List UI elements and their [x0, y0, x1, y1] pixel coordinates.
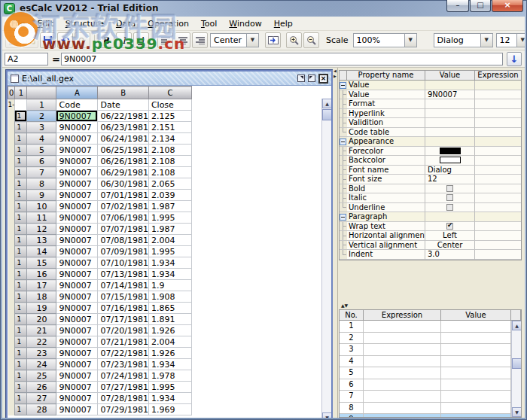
property-expression[interactable]	[475, 184, 521, 194]
cell-a19[interactable]: 9N0007	[56, 303, 98, 314]
row-number[interactable]: 2	[27, 111, 56, 122]
child-close-button[interactable]: ×	[318, 74, 328, 84]
property-value[interactable]: Left	[425, 231, 475, 241]
level-header-0[interactable]: 0	[8, 87, 15, 99]
cell-c5[interactable]: 2.108	[148, 145, 191, 156]
property-name[interactable]: Hyperlink	[347, 109, 425, 119]
property-expression[interactable]	[475, 222, 521, 232]
cell-c23[interactable]: 1.926	[148, 348, 191, 359]
cell-c12[interactable]: 1.987	[148, 224, 191, 235]
cell-a10[interactable]: 9N0007	[56, 201, 98, 212]
level-cell[interactable]: 1	[15, 370, 27, 382]
property-value[interactable]	[425, 147, 475, 157]
row-number[interactable]: 24	[27, 359, 56, 370]
chevron-down-icon[interactable]: ▼	[516, 33, 525, 47]
level-cell[interactable]: 1	[15, 145, 27, 156]
cell-a9[interactable]: 9N0007	[56, 190, 98, 201]
watch-value[interactable]	[441, 344, 511, 356]
level-cell[interactable]: 1	[15, 325, 27, 336]
level-cell[interactable]: 1	[15, 291, 27, 303]
watch-expression[interactable]	[364, 333, 441, 345]
property-expression[interactable]	[475, 128, 521, 138]
cell-b27[interactable]: 07/28/1981	[98, 393, 148, 404]
cell-c27[interactable]: 1.934	[148, 393, 191, 404]
property-expression[interactable]	[475, 212, 521, 222]
property-name[interactable]: Font size	[347, 175, 425, 184]
property-value[interactable]	[425, 156, 475, 166]
watch-no[interactable]: 4	[340, 356, 364, 368]
cell-a23[interactable]: 9N0007	[56, 348, 98, 359]
cell-b20[interactable]: 07/17/1981	[98, 314, 148, 325]
property-expression[interactable]	[475, 90, 521, 100]
level-cell[interactable]: 1	[15, 190, 27, 201]
property-value[interactable]	[425, 99, 475, 109]
menu-help[interactable]: Help	[268, 17, 299, 30]
row-number[interactable]: 16	[27, 269, 56, 280]
corner-header[interactable]	[27, 87, 56, 99]
checkbox[interactable]	[446, 185, 453, 192]
row-number[interactable]: 13	[27, 235, 56, 246]
watch-value[interactable]	[441, 356, 511, 368]
watch-expression[interactable]	[364, 344, 441, 356]
watch-expression[interactable]	[364, 379, 441, 391]
cell-a12[interactable]: 9N0007	[56, 224, 98, 235]
watch-no[interactable]: 7	[340, 391, 364, 403]
cell-b7[interactable]: 06/29/1981	[98, 167, 148, 178]
property-expression[interactable]	[475, 166, 521, 175]
expand-collapse-icon[interactable]	[340, 212, 347, 222]
property-value[interactable]: 9N0007	[425, 90, 475, 100]
property-name[interactable]: Wrap text	[347, 222, 425, 232]
font-size-value[interactable]: 12	[496, 33, 516, 47]
cell-a26[interactable]: 9N0007	[56, 382, 98, 393]
watch-expression[interactable]	[364, 367, 441, 379]
cell-b10[interactable]: 07/02/1981	[98, 201, 148, 212]
cell-b11[interactable]: 07/06/1981	[98, 212, 148, 224]
watch-no[interactable]: 8	[340, 403, 364, 415]
watch-no[interactable]: 9	[340, 414, 364, 418]
level-cell[interactable]: 1	[15, 246, 27, 257]
cell-c16[interactable]: 1.934	[148, 269, 191, 280]
cell-a17[interactable]: 9N0007	[56, 280, 98, 291]
chevron-down-icon[interactable]: ▼	[480, 33, 493, 47]
row-number[interactable]: 14	[27, 246, 56, 257]
font-name-value[interactable]: Dialog	[434, 33, 480, 47]
property-name[interactable]: Forecolor	[347, 147, 425, 157]
watch-value[interactable]	[441, 391, 511, 403]
property-name[interactable]: Bold	[347, 184, 425, 194]
property-value[interactable]	[425, 118, 475, 128]
property-name[interactable]: Font name	[347, 166, 425, 175]
level-cell[interactable]: 1	[15, 348, 27, 359]
cell-b12[interactable]: 07/07/1981	[98, 224, 148, 235]
cell-b3[interactable]: 06/23/1981	[98, 122, 148, 133]
align-right-button[interactable]	[192, 32, 208, 48]
level-cell[interactable]: 1	[15, 111, 27, 122]
level-cell[interactable]	[15, 99, 27, 111]
property-name[interactable]: Backcolor	[347, 156, 425, 166]
cell-b13[interactable]: 07/08/1981	[98, 235, 148, 246]
row-number[interactable]: 28	[27, 404, 56, 415]
property-value[interactable]: ✔	[425, 222, 475, 232]
cell-reference-input[interactable]	[5, 53, 48, 65]
bold-button[interactable]: B	[99, 32, 114, 48]
cell-c17[interactable]: 1.9	[148, 280, 191, 291]
cell-b25[interactable]: 07/24/1981	[98, 370, 148, 382]
scroll-up-icon[interactable]: ▲	[512, 321, 522, 330]
row-number[interactable]: 10	[27, 201, 56, 212]
child-restore-icon[interactable]	[308, 75, 315, 82]
cell-c14[interactable]: 1.995	[148, 246, 191, 257]
property-expression[interactable]	[475, 147, 521, 157]
cell-a3[interactable]: 9N0007	[56, 122, 98, 133]
zoom-in-button[interactable]	[286, 32, 302, 48]
row-number[interactable]: 21	[27, 325, 56, 336]
row-number[interactable]: 19	[27, 303, 56, 314]
column-header-a[interactable]: A	[56, 87, 98, 99]
child-minimize-icon[interactable]	[297, 75, 305, 82]
property-value[interactable]	[425, 193, 475, 203]
cell-a14[interactable]: 9N0007	[56, 246, 98, 257]
row-number[interactable]: 26	[27, 382, 56, 393]
menu-file[interactable]: File	[5, 17, 31, 30]
cell-a22[interactable]: 9N0007	[56, 336, 98, 348]
level-cell[interactable]: 1	[15, 404, 27, 415]
expand-collapse-icon[interactable]	[340, 137, 347, 147]
row-number[interactable]: 23	[27, 348, 56, 359]
